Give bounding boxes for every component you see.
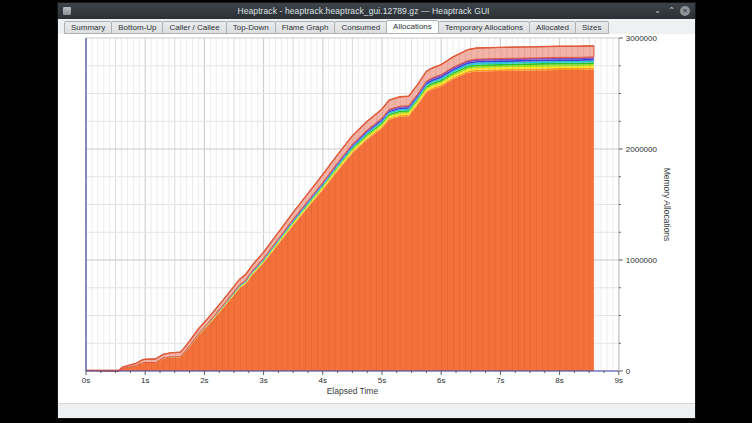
svg-text:Elapsed Time: Elapsed Time (327, 386, 379, 396)
heaptrack-window: Heaptrack - heaptrack.heaptrack_gui.1278… (57, 2, 696, 419)
tab-allocated[interactable]: Allocated (529, 21, 576, 34)
tab-bottom-up[interactable]: Bottom-Up (111, 21, 163, 34)
svg-text:2000000: 2000000 (626, 145, 658, 154)
svg-text:4s: 4s (319, 376, 327, 385)
svg-text:3s: 3s (259, 376, 267, 385)
svg-text:0: 0 (626, 367, 631, 376)
svg-text:8s: 8s (555, 376, 563, 385)
window-controls: ⌄ ⌃ ✕ (652, 5, 690, 17)
titlebar[interactable]: Heaptrack - heaptrack.heaptrack_gui.1278… (58, 3, 695, 19)
tab-consumed[interactable]: Consumed (334, 21, 387, 34)
tab-bar: SummaryBottom-UpCaller / CalleeTop-DownF… (58, 19, 695, 34)
close-icon[interactable]: ✕ (680, 6, 690, 16)
svg-text:6s: 6s (437, 376, 445, 385)
desktop-background: { "window": { "title": "Heaptrack - heap… (0, 0, 752, 423)
allocations-chart: 0s1s2s3s4s5s6s7s8s9s01000000200000030000… (58, 34, 695, 404)
svg-text:5s: 5s (378, 376, 386, 385)
svg-text:1s: 1s (141, 376, 149, 385)
svg-text:7s: 7s (496, 376, 504, 385)
svg-text:2s: 2s (200, 376, 208, 385)
tab-content-allocations: 0s1s2s3s4s5s6s7s8s9s01000000200000030000… (58, 34, 695, 403)
tab-temporary-allocations[interactable]: Temporary Allocations (438, 21, 530, 34)
svg-text:1000000: 1000000 (626, 256, 658, 265)
tab-sizes[interactable]: Sizes (575, 21, 609, 34)
svg-text:3000000: 3000000 (626, 34, 658, 43)
tab-flame-graph[interactable]: Flame Graph (275, 21, 336, 34)
tab-top-down[interactable]: Top-Down (226, 21, 276, 34)
tab-allocations[interactable]: Allocations (386, 20, 439, 34)
tab-caller-callee[interactable]: Caller / Callee (162, 21, 226, 34)
svg-text:0s: 0s (82, 376, 90, 385)
minimize-icon[interactable]: ⌄ (652, 5, 663, 17)
maximize-icon[interactable]: ⌃ (666, 5, 677, 17)
window-icon (63, 7, 71, 15)
tab-summary[interactable]: Summary (64, 21, 112, 34)
svg-text:9s: 9s (615, 376, 623, 385)
window-title: Heaptrack - heaptrack.heaptrack_gui.1278… (75, 6, 652, 16)
svg-text:Memory Allocations: Memory Allocations (662, 168, 672, 242)
status-bar (58, 403, 695, 418)
